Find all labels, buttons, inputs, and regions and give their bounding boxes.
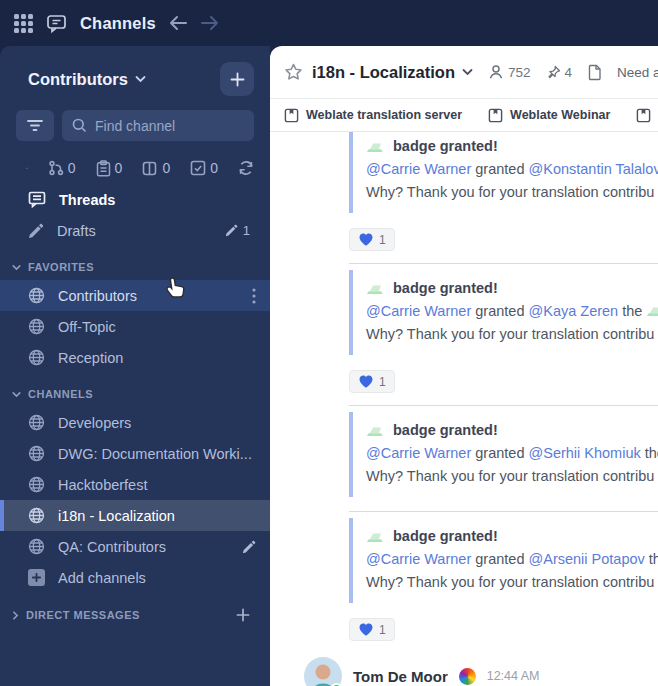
pinned-link-label: Weblate translation server: [306, 108, 462, 122]
members-count[interactable]: 752: [488, 64, 531, 80]
section-favorites[interactable]: FAVORITES: [0, 246, 270, 280]
merge-requests-count: 0: [68, 160, 76, 176]
merge-requests-counter[interactable]: 0: [48, 160, 76, 176]
message-group: badge granted! @Carrie Warner granted @A…: [349, 518, 658, 641]
team-switcher[interactable]: Contributors: [28, 70, 146, 89]
plus-icon: [236, 608, 250, 622]
todos-counter[interactable]: 0: [190, 160, 218, 176]
pinned-link-weblate-server[interactable]: Weblate translation server: [284, 108, 462, 123]
threads-icon: [28, 191, 46, 208]
message-divider: [349, 405, 658, 406]
top-bar-title: Channels: [80, 14, 156, 33]
channel-label: i18n - Localization: [58, 508, 175, 524]
message-group: badge granted! @Carrie Warner granted @K…: [349, 132, 658, 251]
channel-header: i18n - Localization 752 4: [270, 46, 658, 98]
reaction-count: 1: [379, 375, 386, 389]
channel-item-qa-contributors[interactable]: QA: Contributors: [0, 531, 270, 562]
channel-label: Developers: [58, 415, 131, 431]
app-grid-icon[interactable]: [14, 14, 33, 33]
heart-reaction[interactable]: 1: [349, 228, 395, 251]
section-label: DIRECT MESSAGES: [26, 609, 140, 621]
topic-file-icon[interactable]: [587, 64, 602, 81]
search-input[interactable]: Find channel: [62, 110, 254, 141]
channel-item-contributors[interactable]: Contributors: [0, 280, 270, 311]
avatar[interactable]: [304, 657, 342, 686]
channels-bubble-icon: [45, 12, 68, 35]
reaction-count: 1: [379, 233, 386, 247]
badge-emoji: [366, 282, 384, 296]
mention-serhii-khomiuk[interactable]: @Serhii Khomiuk: [528, 445, 640, 461]
message-list: badge granted! @Carrie Warner granted @K…: [270, 132, 658, 686]
gitlab-icon[interactable]: [26, 158, 28, 178]
channel-item-reception[interactable]: Reception: [0, 342, 270, 373]
sync-button[interactable]: [238, 160, 254, 176]
channel-item-dwg[interactable]: DWG: Documentation Worki...: [0, 438, 270, 469]
mention-arsenii-potapov[interactable]: @Arsenii Potapov: [528, 551, 644, 567]
heart-reaction[interactable]: 1: [349, 618, 395, 641]
history-forward-icon[interactable]: [200, 15, 220, 31]
globe-channel-icon: [28, 476, 45, 493]
pinned-link-weblate-webinar[interactable]: Weblate Webinar: [488, 108, 610, 123]
badge-title: badge granted!: [393, 419, 498, 442]
badge-title: badge granted!: [393, 135, 498, 158]
create-new-button[interactable]: [220, 62, 254, 96]
pinned-link-l10n[interactable]: L10: [636, 108, 658, 123]
chevron-down-icon: [135, 75, 146, 83]
kebab-menu-icon[interactable]: [252, 288, 256, 304]
mention-carrie-warner[interactable]: @Carrie Warner: [366, 445, 471, 461]
reviews-count: 0: [162, 160, 170, 176]
channel-item-developers[interactable]: Developers: [0, 407, 270, 438]
globe-channel-icon: [28, 507, 45, 524]
favorite-star-icon[interactable]: [284, 63, 303, 81]
issues-counter[interactable]: 0: [96, 160, 123, 177]
mention-carrie-warner[interactable]: @Carrie Warner: [366, 551, 471, 567]
channel-item-off-topic[interactable]: Off-Topic: [0, 311, 270, 342]
chevron-down-icon: [12, 391, 21, 398]
author-name[interactable]: Tom De Moor: [353, 668, 448, 685]
channel-label: QA: Contributors: [58, 539, 166, 555]
channel-title[interactable]: i18n - Localization: [312, 63, 473, 82]
section-channels[interactable]: CHANNELS: [0, 373, 270, 407]
channel-item-i18n-localization[interactable]: i18n - Localization: [0, 500, 270, 531]
channel-label: DWG: Documentation Worki...: [58, 446, 252, 462]
reviews-counter[interactable]: 0: [142, 160, 170, 176]
mention-kaya-zeren[interactable]: @Kaya Zeren: [528, 303, 618, 319]
channel-item-hacktoberfest[interactable]: Hacktoberfest: [0, 469, 270, 500]
badge-quote-block: badge granted! @Carrie Warner granted @A…: [349, 518, 658, 603]
message-group: badge granted! @Carrie Warner granted @S…: [349, 412, 658, 497]
filter-icon: [27, 119, 43, 132]
sidebar-item-drafts[interactable]: Drafts 1: [0, 215, 270, 246]
blue-heart-icon: [358, 232, 374, 247]
sidebar: Contributors Find channel: [0, 46, 270, 686]
mention-carrie-warner[interactable]: @Carrie Warner: [366, 161, 471, 177]
message-divider: [349, 511, 658, 512]
message-author-row: Tom De Moor 12:44 AM: [304, 657, 658, 686]
filter-button[interactable]: [16, 110, 54, 141]
mention-carrie-warner[interactable]: @Carrie Warner: [366, 303, 471, 319]
gitlab-integration-bar: 0 0 0 0: [0, 149, 270, 184]
badge-emoji: [646, 304, 658, 318]
channel-topic[interactable]: Need assis: [617, 65, 658, 80]
badge-title: badge granted!: [393, 525, 498, 548]
pinned-count[interactable]: 4: [546, 65, 573, 80]
document-icon: [587, 64, 602, 81]
chevron-down-icon: [462, 68, 473, 76]
plus-square-icon: [28, 569, 45, 586]
bookmark-icon: [488, 108, 503, 123]
mention-konstantin-talalov[interactable]: @Konstantin Talalov: [528, 161, 658, 177]
section-direct-messages[interactable]: DIRECT MESSAGES: [0, 593, 270, 629]
sidebar-item-threads[interactable]: Threads: [0, 184, 270, 215]
history-back-icon[interactable]: [168, 15, 188, 31]
blue-heart-icon: [358, 374, 374, 389]
clipboard-icon: [96, 160, 111, 177]
drafts-count-badge: 1: [243, 223, 250, 238]
heart-reaction[interactable]: 1: [349, 370, 395, 393]
globe-channel-icon: [28, 287, 45, 304]
reaction-count: 1: [379, 623, 386, 637]
pencil-icon: [28, 223, 44, 239]
threads-label: Threads: [59, 192, 115, 208]
add-channels-button[interactable]: Add channels: [0, 562, 270, 593]
add-dm-button[interactable]: [236, 608, 250, 622]
draft-pencil-icon: [242, 540, 256, 554]
globe-channel-icon: [28, 414, 45, 431]
